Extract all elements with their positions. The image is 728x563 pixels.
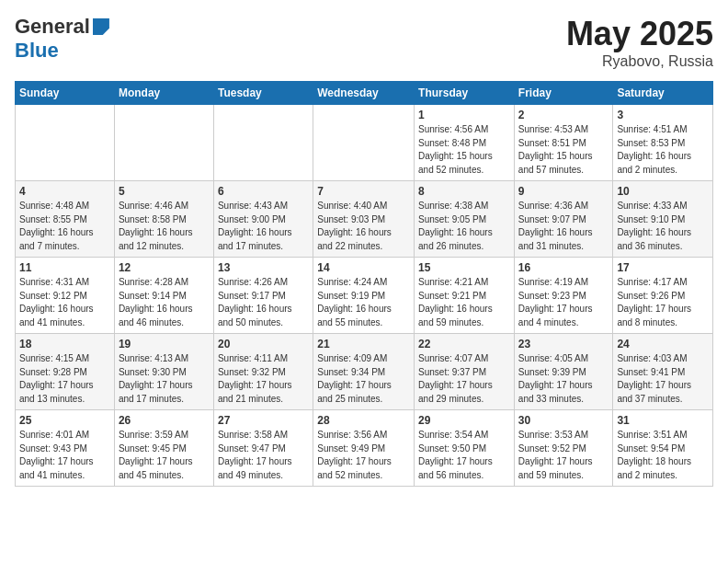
day-number: 21: [317, 338, 410, 350]
day-info: Sunrise: 4:15 AM Sunset: 9:28 PM Dayligh…: [19, 352, 110, 406]
day-info: Sunrise: 3:54 AM Sunset: 9:50 PM Dayligh…: [418, 429, 510, 482]
calendar-cell: 27Sunrise: 3:58 AM Sunset: 9:47 PM Dayli…: [213, 410, 313, 487]
day-number: 2: [518, 109, 609, 121]
day-info: Sunrise: 4:31 AM Sunset: 9:12 PM Dayligh…: [19, 276, 110, 329]
calendar-cell: 4Sunrise: 4:48 AM Sunset: 8:55 PM Daylig…: [16, 181, 115, 258]
calendar-table: Sunday Monday Tuesday Wednesday Thursday…: [15, 81, 713, 487]
calendar-week-row: 11Sunrise: 4:31 AM Sunset: 9:12 PM Dayli…: [16, 258, 713, 334]
day-info: Sunrise: 4:26 AM Sunset: 9:17 PM Dayligh…: [218, 276, 309, 329]
day-info: Sunrise: 4:40 AM Sunset: 9:03 PM Dayligh…: [317, 200, 410, 253]
logo-icon: [93, 18, 109, 35]
calendar-cell: 3Sunrise: 4:51 AM Sunset: 8:53 PM Daylig…: [613, 105, 713, 181]
calendar-week-row: 25Sunrise: 4:01 AM Sunset: 9:43 PM Dayli…: [16, 410, 713, 487]
day-number: 16: [518, 261, 609, 274]
page-header: General Blue May 2025 Ryabovo, Russia: [15, 15, 713, 70]
logo-blue-text: Blue: [15, 39, 59, 63]
day-number: 4: [19, 185, 110, 198]
col-thursday: Thursday: [415, 82, 515, 105]
calendar-cell: 10Sunrise: 4:33 AM Sunset: 9:10 PM Dayli…: [613, 181, 713, 258]
day-info: Sunrise: 4:07 AM Sunset: 9:37 PM Dayligh…: [418, 352, 510, 406]
col-wednesday: Wednesday: [313, 82, 415, 105]
calendar-cell: [16, 105, 115, 181]
day-info: Sunrise: 3:51 AM Sunset: 9:54 PM Dayligh…: [617, 429, 709, 482]
day-number: 15: [418, 261, 510, 274]
day-number: 20: [218, 338, 309, 350]
month-title: May 2025: [566, 15, 713, 53]
day-info: Sunrise: 3:56 AM Sunset: 9:49 PM Dayligh…: [317, 429, 410, 482]
day-number: 26: [119, 414, 210, 427]
day-number: 18: [19, 338, 110, 350]
day-number: 12: [119, 261, 210, 274]
day-info: Sunrise: 4:33 AM Sunset: 9:10 PM Dayligh…: [617, 200, 709, 253]
day-info: Sunrise: 4:01 AM Sunset: 9:43 PM Dayligh…: [19, 429, 110, 482]
day-number: 22: [418, 338, 510, 350]
day-number: 27: [218, 414, 309, 427]
calendar-cell: 28Sunrise: 3:56 AM Sunset: 9:49 PM Dayli…: [313, 410, 415, 487]
calendar-week-row: 4Sunrise: 4:48 AM Sunset: 8:55 PM Daylig…: [16, 181, 713, 258]
calendar-cell: 5Sunrise: 4:46 AM Sunset: 8:58 PM Daylig…: [114, 181, 213, 258]
calendar-cell: 14Sunrise: 4:24 AM Sunset: 9:19 PM Dayli…: [313, 258, 415, 334]
calendar-cell: 18Sunrise: 4:15 AM Sunset: 9:28 PM Dayli…: [16, 334, 115, 410]
location-title: Ryabovo, Russia: [566, 53, 713, 70]
calendar-cell: 15Sunrise: 4:21 AM Sunset: 9:21 PM Dayli…: [415, 258, 515, 334]
col-sunday: Sunday: [16, 82, 115, 105]
calendar-cell: 1Sunrise: 4:56 AM Sunset: 8:48 PM Daylig…: [415, 105, 515, 181]
col-tuesday: Tuesday: [213, 82, 313, 105]
day-info: Sunrise: 4:51 AM Sunset: 8:53 PM Dayligh…: [617, 123, 709, 177]
day-number: 11: [19, 261, 110, 274]
calendar-cell: 24Sunrise: 4:03 AM Sunset: 9:41 PM Dayli…: [613, 334, 713, 410]
calendar-cell: 7Sunrise: 4:40 AM Sunset: 9:03 PM Daylig…: [313, 181, 415, 258]
calendar-cell: 17Sunrise: 4:17 AM Sunset: 9:26 PM Dayli…: [613, 258, 713, 334]
calendar-cell: 29Sunrise: 3:54 AM Sunset: 9:50 PM Dayli…: [415, 410, 515, 487]
calendar-cell: 26Sunrise: 3:59 AM Sunset: 9:45 PM Dayli…: [114, 410, 213, 487]
day-info: Sunrise: 4:09 AM Sunset: 9:34 PM Dayligh…: [317, 352, 410, 406]
day-number: 6: [218, 185, 309, 198]
calendar-cell: 22Sunrise: 4:07 AM Sunset: 9:37 PM Dayli…: [415, 334, 515, 410]
calendar-cell: 19Sunrise: 4:13 AM Sunset: 9:30 PM Dayli…: [114, 334, 213, 410]
calendar-week-row: 18Sunrise: 4:15 AM Sunset: 9:28 PM Dayli…: [16, 334, 713, 410]
day-info: Sunrise: 3:59 AM Sunset: 9:45 PM Dayligh…: [119, 429, 210, 482]
day-number: 24: [617, 338, 709, 350]
calendar-cell: 21Sunrise: 4:09 AM Sunset: 9:34 PM Dayli…: [313, 334, 415, 410]
day-number: 31: [617, 414, 709, 427]
day-info: Sunrise: 4:48 AM Sunset: 8:55 PM Dayligh…: [19, 200, 110, 253]
col-friday: Friday: [514, 82, 613, 105]
calendar-cell: 8Sunrise: 4:38 AM Sunset: 9:05 PM Daylig…: [415, 181, 515, 258]
day-number: 1: [418, 109, 510, 121]
logo: General Blue: [15, 15, 109, 63]
day-info: Sunrise: 4:46 AM Sunset: 8:58 PM Dayligh…: [119, 200, 210, 253]
calendar-header-row: Sunday Monday Tuesday Wednesday Thursday…: [16, 82, 713, 105]
day-info: Sunrise: 3:53 AM Sunset: 9:52 PM Dayligh…: [518, 429, 609, 482]
logo-general-text: General: [15, 15, 90, 39]
day-number: 8: [418, 185, 510, 198]
day-info: Sunrise: 4:38 AM Sunset: 9:05 PM Dayligh…: [418, 200, 510, 253]
day-info: Sunrise: 4:19 AM Sunset: 9:23 PM Dayligh…: [518, 276, 609, 329]
day-number: 28: [317, 414, 410, 427]
day-info: Sunrise: 4:36 AM Sunset: 9:07 PM Dayligh…: [518, 200, 609, 253]
calendar-cell: 2Sunrise: 4:53 AM Sunset: 8:51 PM Daylig…: [514, 105, 613, 181]
calendar-cell: 13Sunrise: 4:26 AM Sunset: 9:17 PM Dayli…: [213, 258, 313, 334]
day-info: Sunrise: 4:28 AM Sunset: 9:14 PM Dayligh…: [119, 276, 210, 329]
day-number: 7: [317, 185, 410, 198]
col-saturday: Saturday: [613, 82, 713, 105]
calendar-cell: 23Sunrise: 4:05 AM Sunset: 9:39 PM Dayli…: [514, 334, 613, 410]
day-info: Sunrise: 4:03 AM Sunset: 9:41 PM Dayligh…: [617, 352, 709, 406]
calendar-cell: 20Sunrise: 4:11 AM Sunset: 9:32 PM Dayli…: [213, 334, 313, 410]
title-section: May 2025 Ryabovo, Russia: [566, 15, 713, 70]
day-number: 19: [119, 338, 210, 350]
day-info: Sunrise: 4:05 AM Sunset: 9:39 PM Dayligh…: [518, 352, 609, 406]
day-number: 10: [617, 185, 709, 198]
day-number: 14: [317, 261, 410, 274]
day-info: Sunrise: 4:56 AM Sunset: 8:48 PM Dayligh…: [418, 123, 510, 177]
day-info: Sunrise: 4:13 AM Sunset: 9:30 PM Dayligh…: [119, 352, 210, 406]
day-number: 30: [518, 414, 609, 427]
col-monday: Monday: [114, 82, 213, 105]
calendar-cell: 11Sunrise: 4:31 AM Sunset: 9:12 PM Dayli…: [16, 258, 115, 334]
day-info: Sunrise: 3:58 AM Sunset: 9:47 PM Dayligh…: [218, 429, 309, 482]
calendar-week-row: 1Sunrise: 4:56 AM Sunset: 8:48 PM Daylig…: [16, 105, 713, 181]
day-number: 9: [518, 185, 609, 198]
calendar-cell: [114, 105, 213, 181]
day-number: 5: [119, 185, 210, 198]
calendar-cell: 30Sunrise: 3:53 AM Sunset: 9:52 PM Dayli…: [514, 410, 613, 487]
day-number: 3: [617, 109, 709, 121]
